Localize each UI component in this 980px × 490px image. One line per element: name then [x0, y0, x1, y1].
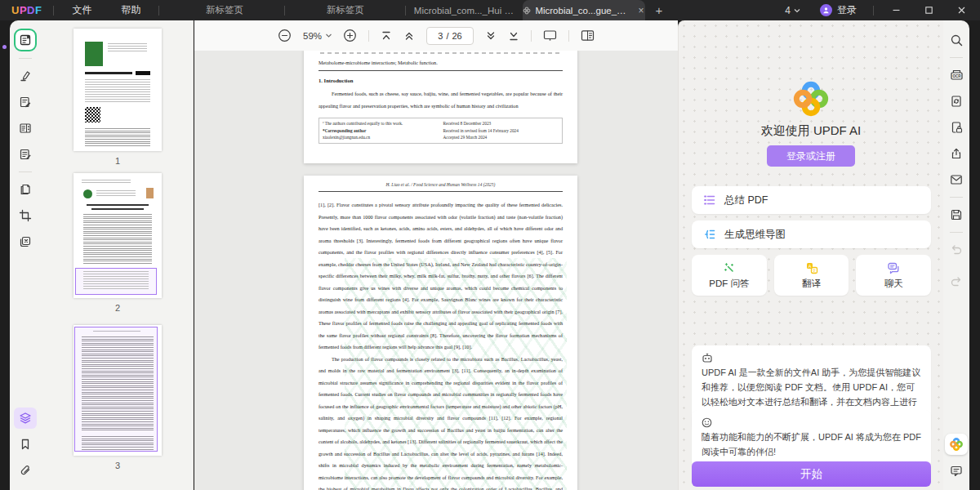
- page-number-input[interactable]: 3 / 26: [426, 27, 474, 45]
- thumb-title-line: [91, 208, 144, 210]
- right-sidebar: OCR: [943, 20, 969, 490]
- sidebar-divider: [950, 197, 963, 198]
- toolbar-divider: [568, 30, 569, 42]
- login-label: 登录: [837, 3, 857, 17]
- zoom-in-button[interactable]: [343, 29, 357, 42]
- sidebar-divider: [19, 58, 32, 59]
- sidebar-item-batch[interactable]: [14, 231, 37, 252]
- organize-pages-icon: [19, 183, 32, 196]
- toolbar-divider: [531, 30, 532, 42]
- sidebar-item-convert[interactable]: [945, 91, 968, 112]
- tab-document-active[interactable]: Microbial_co...gue_Hui Liao ×: [523, 0, 645, 20]
- sidebar-item-edit-pdf[interactable]: [14, 91, 37, 113]
- batch-pages-icon: [19, 235, 32, 248]
- sidebar-item-annotate[interactable]: [14, 65, 37, 87]
- updf-ai-icon: [949, 437, 964, 452]
- zoom-level-dropdown[interactable]: 59%: [303, 31, 332, 41]
- left-sidebar-bottom: [14, 405, 37, 490]
- edit-pdf-icon: [19, 96, 32, 109]
- pdf-page-2[interactable]: Metabolome-microbiome interactions; Meta…: [304, 51, 577, 163]
- viewport-indicator[interactable]: [74, 327, 158, 452]
- sidebar-item-bookmark[interactable]: [14, 434, 37, 455]
- new-tab-button[interactable]: +: [645, 3, 672, 17]
- sidebar-item-ocr[interactable]: OCR: [945, 65, 968, 86]
- window-minimize-button[interactable]: [882, 0, 910, 20]
- sidebar-item-attachment[interactable]: [14, 460, 37, 481]
- titlebar-divider: [873, 6, 874, 16]
- thumbnail-page-1[interactable]: [74, 29, 162, 151]
- sidebar-item-save[interactable]: [945, 204, 968, 225]
- logo-letter: D: [27, 4, 35, 16]
- sidebar-item-form[interactable]: [14, 118, 37, 139]
- mindmap-icon: [703, 228, 716, 241]
- sidebar-item-share[interactable]: [945, 143, 968, 164]
- sidebar-item-crop[interactable]: [14, 205, 37, 226]
- section-heading: 1. Introduction: [318, 78, 563, 83]
- ai-action-label: 总结 PDF: [724, 194, 768, 207]
- sidebar-item-fill-sign[interactable]: [14, 144, 37, 165]
- ai-tool-chat[interactable]: 聊天: [856, 255, 931, 296]
- ai-tool-pdf-qa[interactable]: PDF 问答: [692, 255, 767, 296]
- sidebar-item-protect[interactable]: [945, 117, 968, 138]
- ai-start-button[interactable]: 开始: [692, 461, 931, 487]
- presentation-mode-button[interactable]: [543, 29, 557, 42]
- thumbnail-page-number: 1: [74, 156, 162, 166]
- sidebar-item-layers[interactable]: [14, 408, 37, 429]
- sidebar-divider: [950, 57, 963, 58]
- sidebar-item-feedback[interactable]: [945, 460, 968, 481]
- tab-new-tab-2[interactable]: 新标签页: [288, 0, 402, 20]
- user-icon: [822, 7, 830, 14]
- sidebar-item-updf-ai[interactable]: [945, 434, 968, 455]
- undo-icon: [950, 244, 963, 256]
- zoom-out-icon: [278, 29, 292, 42]
- next-page-button[interactable]: [485, 30, 497, 42]
- window-close-button[interactable]: [947, 0, 975, 20]
- double-chevron-up-icon: [403, 30, 415, 42]
- footnote-left: ª The authors contributed equally to thi…: [323, 120, 439, 141]
- sidebar-item-organize-pages[interactable]: [14, 179, 37, 200]
- titlebar-right: 4 登录: [778, 0, 980, 20]
- logo-letter: F: [35, 4, 42, 16]
- pdf-page-3[interactable]: H. Liao et al. / Food Science and Human …: [304, 176, 577, 490]
- menu-help[interactable]: 帮助: [106, 3, 155, 17]
- ai-action-mindmap[interactable]: 生成思维导图: [692, 220, 931, 248]
- window-maximize-button[interactable]: [915, 0, 942, 20]
- thumbnail-page-2[interactable]: [74, 173, 162, 298]
- menu-file[interactable]: 文件: [57, 3, 106, 17]
- sidebar-item-reader-mode[interactable]: [16, 30, 35, 50]
- thumb-journal-logo: [83, 189, 92, 198]
- tab-count-dropdown[interactable]: 4: [778, 5, 807, 16]
- tab-label: Microbial_com..._Hui Liao_01*: [414, 6, 519, 16]
- tab-document-1[interactable]: Microbial_com..._Hui Liao_01*: [409, 0, 523, 20]
- previous-page-button[interactable]: [403, 30, 415, 42]
- first-page-button[interactable]: [381, 30, 392, 42]
- thumbnail-page-3[interactable]: [74, 325, 162, 456]
- sidebar-item-redo[interactable]: [945, 271, 968, 292]
- section-rule: [318, 70, 563, 71]
- header-rule: [318, 191, 563, 192]
- ai-action-summarize[interactable]: 总结 PDF: [692, 186, 931, 214]
- sidebar-item-undo[interactable]: [945, 239, 968, 261]
- ai-login-register-button[interactable]: 登录或注册: [767, 145, 855, 167]
- ocr-icon: OCR: [950, 69, 964, 82]
- tab-new-tab-1[interactable]: 新标签页: [167, 0, 281, 20]
- reading-mode-button[interactable]: [581, 29, 595, 42]
- tab-close-icon[interactable]: ×: [636, 5, 645, 16]
- login-button[interactable]: 登录: [812, 3, 865, 17]
- svg-text:OCR: OCR: [952, 74, 961, 78]
- titlebar-divider: [158, 6, 159, 16]
- share-icon: [950, 147, 963, 160]
- ai-tool-translate[interactable]: A 文 翻译: [774, 255, 849, 296]
- document-viewer[interactable]: Metabolome-microbiome interactions; Meta…: [194, 51, 678, 490]
- chevron-down-icon: [794, 8, 800, 13]
- viewer-toolbar: 59% 3 / 26: [194, 20, 678, 51]
- sidebar-item-search[interactable]: [945, 29, 968, 51]
- zoom-out-button[interactable]: [278, 29, 292, 42]
- thumbnail-panel: 1 2 3: [41, 20, 194, 490]
- page-separator: /: [446, 31, 448, 41]
- updf-clover-icon: [523, 6, 531, 16]
- updf-ai-logo-icon: [791, 79, 831, 118]
- running-header: H. Liao et al. / Food Science and Human …: [318, 182, 563, 187]
- last-page-button[interactable]: [508, 30, 519, 42]
- sidebar-item-mail[interactable]: [945, 169, 968, 190]
